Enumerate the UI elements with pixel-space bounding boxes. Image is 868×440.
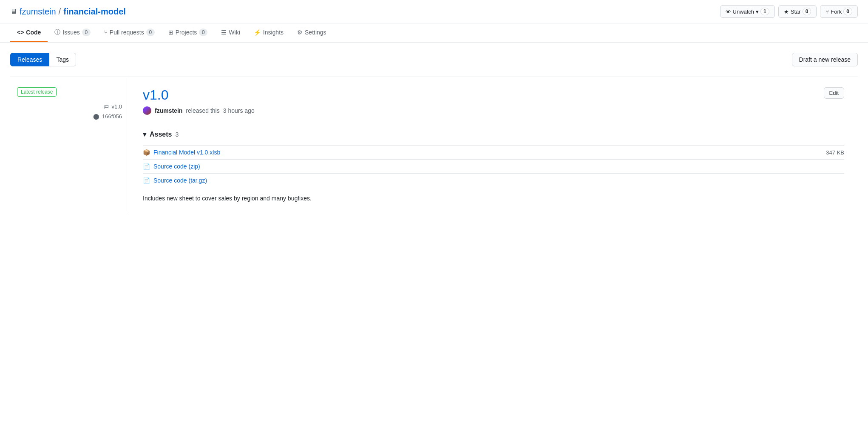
asset-xlsb-size: 347 KB [826, 149, 844, 156]
assets-count: 3 [175, 131, 179, 138]
asset-item-zip: 📄 Source code (zip) [143, 159, 844, 173]
release-sidebar: Latest release 🏷 v1.0 ⬤ 166f056 [10, 77, 129, 213]
unwatch-label: Unwatch [733, 9, 755, 15]
asset-zip-name: Source code (zip) [153, 163, 200, 170]
insights-icon: ⚡ [254, 29, 261, 36]
top-bar: 🖥 fzumstein / financial-model 👁 Unwatch … [0, 0, 868, 23]
star-count: 0 [803, 8, 811, 15]
settings-icon: ⚙ [297, 29, 303, 36]
tab-projects[interactable]: ⊞ Projects 0 [162, 23, 215, 42]
star-icon: ★ [784, 9, 789, 15]
tab-pr-label: Pull requests [110, 29, 144, 36]
nav-tabs: <> Code ⓘ Issues 0 ⑂ Pull requests 0 ⊞ P… [0, 23, 868, 43]
star-label: Star [791, 9, 801, 15]
release-version: v1.0 [143, 87, 255, 103]
tab-code-label: Code [26, 29, 41, 36]
fork-button[interactable]: ⑂ Fork 0 [820, 5, 858, 18]
chevron-down-icon: ▾ [143, 130, 146, 138]
sidebar-tag-value: v1.0 [111, 103, 122, 110]
fork-count: 0 [843, 8, 852, 15]
asset-targz-link[interactable]: 📄 Source code (tar.gz) [143, 177, 207, 184]
release-main: v1.0 fzumstein released this 3 hours ago… [129, 77, 858, 213]
release-header: v1.0 fzumstein released this 3 hours ago… [143, 87, 844, 125]
releases-tab-button[interactable]: Releases [10, 53, 49, 66]
asset-targz-icon: 📄 [143, 177, 150, 184]
asset-xlsb-link[interactable]: 📦 Financial Model v1.0.xlsb [143, 149, 220, 156]
repo-separator: / [59, 7, 61, 17]
releases-toolbar: Releases Tags Draft a new release [10, 53, 858, 66]
release-notes: Includes new sheet to cover sales by reg… [143, 194, 844, 203]
tab-wiki-label: Wiki [229, 29, 240, 36]
tag-icon: 🏷 [103, 103, 109, 110]
assets-heading: ▾ Assets 3 [143, 130, 844, 138]
avatar [143, 106, 151, 115]
asset-xlsb-icon: 📦 [143, 149, 150, 156]
asset-item-xlsb: 📦 Financial Model v1.0.xlsb 347 KB [143, 145, 844, 159]
chevron-icon: ▾ [756, 9, 759, 15]
unwatch-button[interactable]: 👁 Unwatch ▾ 1 [720, 5, 775, 18]
tab-code[interactable]: <> Code [10, 24, 48, 42]
pr-icon: ⑂ [104, 29, 108, 36]
tab-settings-label: Settings [305, 29, 326, 36]
release-released-text: released this [186, 107, 219, 114]
projects-badge: 0 [199, 29, 207, 36]
computer-icon: 🖥 [10, 8, 17, 15]
latest-release-badge: Latest release [17, 87, 57, 97]
code-icon: <> [17, 29, 24, 36]
eye-icon: 👁 [726, 9, 731, 15]
pr-badge: 0 [146, 29, 155, 36]
sidebar-commit: ⬤ 166f056 [17, 113, 122, 120]
unwatch-count: 1 [760, 8, 769, 15]
tab-settings[interactable]: ⚙ Settings [290, 24, 333, 42]
release-meta: fzumstein released this 3 hours ago [143, 106, 255, 115]
release-version-block: v1.0 fzumstein released this 3 hours ago [143, 87, 255, 125]
asset-zip-icon: 📄 [143, 163, 150, 170]
issues-badge: 0 [82, 29, 91, 36]
fork-label: Fork [831, 9, 842, 15]
tab-issues-label: Issues [62, 29, 79, 36]
commit-icon: ⬤ [93, 113, 99, 120]
tab-insights[interactable]: ⚡ Insights [247, 24, 290, 42]
tab-projects-label: Projects [176, 29, 197, 36]
asset-item-targz: 📄 Source code (tar.gz) [143, 173, 844, 187]
tab-insights-label: Insights [263, 29, 284, 36]
assets-label: Assets [150, 131, 172, 138]
edit-button[interactable]: Edit [824, 87, 844, 99]
wiki-icon: ☰ [221, 29, 227, 36]
release-time-ago: 3 hours ago [223, 107, 255, 114]
asset-targz-name: Source code (tar.gz) [153, 177, 207, 184]
projects-icon: ⊞ [168, 29, 173, 36]
issues-icon: ⓘ [54, 29, 60, 36]
releases-tag-tabs: Releases Tags [10, 53, 76, 66]
fork-icon: ⑂ [825, 9, 829, 15]
avatar-image [143, 106, 151, 115]
page-content: Releases Tags Draft a new release Latest… [0, 43, 868, 223]
sidebar-commit-value: 166f056 [102, 113, 122, 120]
repo-name-link[interactable]: financial-model [63, 7, 126, 17]
repo-title: 🖥 fzumstein / financial-model [10, 7, 126, 17]
top-actions: 👁 Unwatch ▾ 1 ★ Star 0 ⑂ Fork 0 [720, 5, 858, 18]
star-button[interactable]: ★ Star 0 [778, 5, 817, 18]
asset-xlsb-name: Financial Model v1.0.xlsb [153, 149, 220, 156]
repo-owner-link[interactable]: fzumstein [20, 7, 56, 17]
tab-wiki[interactable]: ☰ Wiki [214, 24, 247, 42]
asset-zip-link[interactable]: 📄 Source code (zip) [143, 163, 200, 170]
tags-tab-button[interactable]: Tags [49, 53, 76, 66]
release-author[interactable]: fzumstein [155, 107, 182, 114]
draft-release-button[interactable]: Draft a new release [792, 53, 858, 66]
tab-pull-requests[interactable]: ⑂ Pull requests 0 [97, 23, 162, 42]
release-layout: Latest release 🏷 v1.0 ⬤ 166f056 v1.0 [10, 77, 858, 213]
sidebar-tag: 🏷 v1.0 [17, 103, 122, 110]
tab-issues[interactable]: ⓘ Issues 0 [48, 23, 97, 42]
